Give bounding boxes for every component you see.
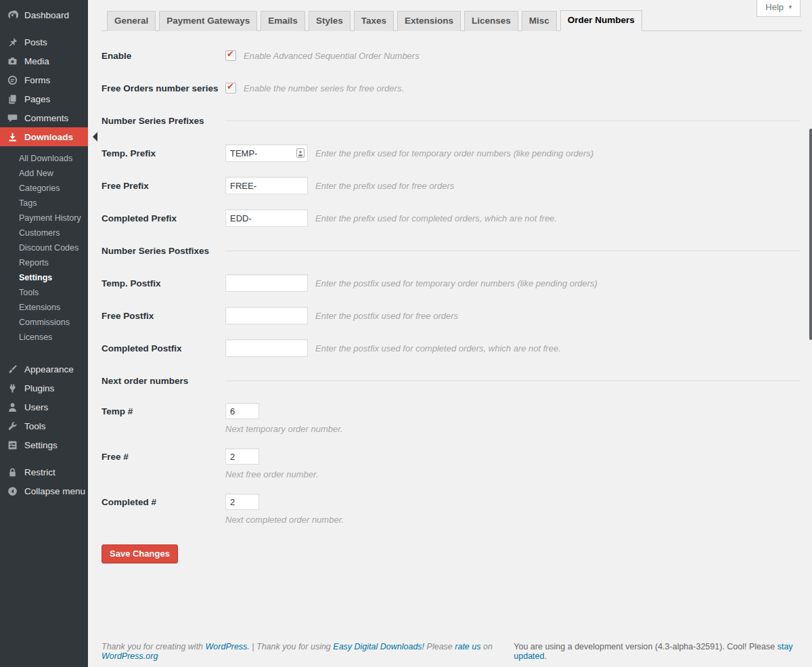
menu-separator	[0, 24, 88, 33]
submenu-item-extensions[interactable]: Extensions	[0, 300, 88, 315]
input-completed[interactable]	[225, 494, 259, 510]
input-temp-postfix[interactable]	[225, 274, 308, 292]
footer-version: You are using a development version (4.3…	[514, 642, 802, 661]
submenu-item-all-downloads[interactable]: All Downloads	[0, 151, 88, 166]
field-label: Free #	[102, 448, 225, 462]
downloads-icon	[7, 131, 18, 143]
tab-styles[interactable]: Styles	[309, 11, 351, 31]
sidebar-item-users[interactable]: Users	[0, 397, 88, 416]
input-free-prefix[interactable]	[225, 177, 308, 194]
submenu-item-discount-codes[interactable]: Discount Codes	[0, 240, 88, 255]
tab-extensions[interactable]: Extensions	[397, 11, 461, 31]
submenu-item-settings[interactable]: Settings	[0, 270, 88, 285]
sidebar-item-dashboard[interactable]: Dashboard	[0, 5, 88, 24]
tab-emails[interactable]: Emails	[261, 11, 305, 31]
sidebar-item-pages[interactable]: Pages	[0, 89, 88, 108]
field-description: Enter the postfix used for completed ord…	[315, 343, 561, 353]
wordpress-admin-screen: Dashboard Posts Media Forms Pages Commen…	[0, 0, 812, 667]
field-label: Free Prefix	[102, 181, 225, 191]
field-label: Completed Prefix	[102, 213, 225, 223]
tab-taxes[interactable]: Taxes	[354, 11, 394, 31]
field-label: Free Orders number series	[102, 83, 225, 93]
section-divider	[225, 121, 800, 121]
field-description: Enter the postfix used for free orders	[315, 311, 458, 321]
field-description: Next free order number.	[225, 469, 319, 479]
section-title: Next order numbers	[102, 376, 225, 386]
submenu-item-tools[interactable]: Tools	[0, 285, 88, 300]
sidebar-item-appearance[interactable]: Appearance	[0, 360, 88, 379]
tools-icon	[7, 421, 18, 432]
field-free: Free # Next free order number.	[102, 448, 802, 479]
sidebar-item-collapse-menu[interactable]: Collapse menu	[0, 481, 88, 500]
settings-page: Help ▼ GeneralPayment GatewaysEmailsStyl…	[88, 0, 812, 667]
footer-link-easy-digital-downloads[interactable]: Easy Digital Downloads!	[333, 642, 424, 651]
footer-link-wordpress[interactable]: WordPress.	[206, 642, 250, 651]
submenu-item-payment-history[interactable]: Payment History	[0, 211, 88, 225]
submenu-item-add-new[interactable]: Add New	[0, 166, 88, 181]
section-title: Number Series Postfixes	[102, 246, 225, 256]
posts-icon	[7, 37, 18, 48]
footer-text: Please	[424, 642, 455, 651]
submenu-item-reports[interactable]: Reports	[0, 255, 88, 270]
field-description: Next completed order number.	[225, 515, 344, 525]
input-free-postfix[interactable]	[225, 307, 308, 324]
comments-icon	[7, 112, 18, 124]
tab-misc[interactable]: Misc	[522, 11, 557, 31]
submenu-item-licenses[interactable]: Licenses	[0, 330, 88, 345]
section-number-series-postfixes: Number Series Postfixes	[102, 240, 802, 261]
field-description: Enable the number series for free orders…	[244, 83, 404, 93]
save-changes-button[interactable]: Save Changes	[102, 544, 178, 563]
sidebar-item-label: Plugins	[24, 383, 54, 393]
sidebar-item-media[interactable]: Media	[0, 51, 88, 70]
help-button[interactable]: Help ▼	[757, 0, 800, 17]
input-completed-postfix[interactable]	[225, 339, 308, 357]
footer-credits: Thank you for creating with WordPress. |…	[102, 642, 514, 661]
submenu-item-tags[interactable]: Tags	[0, 196, 88, 211]
footer-text: .	[544, 651, 546, 661]
submenu-item-commissions[interactable]: Commissions	[0, 315, 88, 330]
section-title: Number Series Prefixes	[102, 116, 225, 126]
field-label: Temp #	[102, 403, 225, 416]
field-completed-postfix: Completed Postfix Enter the postfix used…	[102, 338, 802, 358]
field-temp: Temp # Next temporary order number.	[102, 403, 802, 434]
sidebar-item-label: Users	[24, 402, 48, 412]
checkbox-enable[interactable]: ✔	[225, 50, 236, 61]
submenu-item-categories[interactable]: Categories	[0, 181, 88, 196]
input-free[interactable]	[225, 448, 259, 465]
footer-text: on	[480, 642, 492, 651]
forms-icon	[7, 74, 18, 86]
footer-link-wordpress-org[interactable]: WordPress.org	[102, 651, 158, 661]
current-menu-arrow	[88, 132, 97, 142]
footer-link-rate-us[interactable]: rate us	[455, 642, 480, 651]
sidebar-item-label: Collapse menu	[24, 486, 85, 496]
input-temp-prefix[interactable]	[225, 144, 308, 162]
submenu-item-customers[interactable]: Customers	[0, 225, 88, 240]
sidebar-item-comments[interactable]: Comments	[0, 108, 88, 127]
tab-order-numbers[interactable]: Order Numbers	[560, 10, 642, 31]
tab-licenses[interactable]: Licenses	[464, 11, 518, 31]
field-free-orders-number-series: Free Orders number series ✔ Enable the n…	[102, 78, 802, 98]
sidebar-item-forms[interactable]: Forms	[0, 70, 88, 89]
tab-general[interactable]: General	[107, 11, 156, 31]
sidebar-item-label: Forms	[24, 75, 50, 85]
field-label: Temp. Prefix	[102, 148, 225, 158]
field-completed-prefix: Completed Prefix Enter the prefix used f…	[102, 208, 802, 228]
sidebar-item-restrict[interactable]: Restrict	[0, 462, 88, 481]
sidebar-item-downloads[interactable]: Downloads	[0, 127, 88, 146]
sidebar-item-tools[interactable]: Tools	[0, 416, 88, 435]
sidebar-item-posts[interactable]: Posts	[0, 33, 88, 51]
admin-footer: Thank you for creating with WordPress. |…	[102, 642, 802, 661]
sidebar-item-settings[interactable]: Settings	[0, 435, 88, 454]
sidebar-item-label: Comments	[24, 113, 68, 123]
checkbox-free-orders-number-series[interactable]: ✔	[225, 83, 236, 93]
scrollbar-thumb[interactable]	[809, 129, 812, 340]
field-label: Free Postfix	[102, 311, 225, 321]
sidebar-item-plugins[interactable]: Plugins	[0, 379, 88, 397]
autofill-icon[interactable]	[296, 148, 304, 158]
checkmark-icon: ✔	[227, 49, 234, 59]
field-temp-prefix: Temp. Prefix Enter the prefix used for t…	[102, 143, 802, 163]
tab-payment-gateways[interactable]: Payment Gateways	[159, 11, 257, 31]
input-completed-prefix[interactable]	[225, 209, 308, 227]
input-temp[interactable]	[225, 403, 259, 419]
field-enable: Enable ✔ Enable Advanced Sequential Orde…	[102, 45, 802, 66]
